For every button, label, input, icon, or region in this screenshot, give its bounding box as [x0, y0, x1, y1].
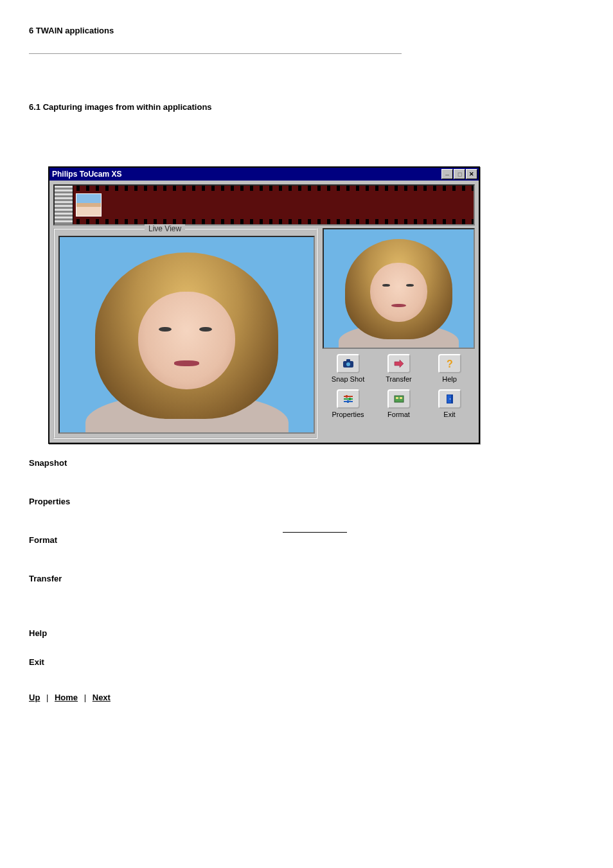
- section-help: Help: [29, 628, 584, 638]
- close-button[interactable]: [466, 169, 477, 179]
- maximize-button[interactable]: [454, 169, 465, 179]
- svg-rect-11: [396, 397, 398, 399]
- nav-links: Up | Home | Next: [29, 693, 584, 702]
- window-body: Live View: [49, 181, 479, 443]
- nav-next-link[interactable]: Next: [93, 693, 111, 702]
- door-icon: [438, 389, 461, 409]
- filmstrip-handle-icon: [55, 186, 73, 224]
- svg-rect-2: [346, 359, 350, 362]
- titlebar: Philips ToUcam XS: [49, 168, 479, 181]
- preview-image: [323, 228, 475, 349]
- format-button[interactable]: Format: [375, 389, 423, 418]
- section-snapshot: Snapshot: [29, 458, 584, 468]
- transfer-button[interactable]: Transfer: [375, 354, 423, 383]
- live-view: [58, 236, 315, 434]
- section-format: Format: [29, 535, 584, 545]
- section-properties: Properties: [29, 497, 584, 506]
- nav-up-link[interactable]: Up: [29, 693, 40, 702]
- svg-rect-9: [347, 400, 349, 403]
- help-icon: ?: [438, 354, 461, 373]
- divider-mid: [283, 532, 347, 533]
- divider-top: [29, 53, 402, 54]
- format-icon: [387, 389, 411, 409]
- format-label: Format: [387, 411, 410, 418]
- minimize-button[interactable]: [441, 169, 453, 179]
- nav-sep: |: [46, 693, 48, 702]
- nav-sep: |: [84, 693, 86, 702]
- properties-button[interactable]: Properties: [324, 389, 372, 418]
- help-button[interactable]: ? Help: [425, 354, 474, 383]
- button-grid: Snap Shot Transfer ? Help: [323, 353, 475, 420]
- section-heading: 6.1 Capturing images from within applica…: [29, 102, 584, 112]
- portrait-thumb-image: [324, 229, 474, 348]
- window-title: Philips ToUcam XS: [52, 170, 441, 179]
- nav-home-link[interactable]: Home: [55, 693, 78, 702]
- svg-rect-7: [346, 395, 348, 398]
- exit-button[interactable]: Exit: [425, 389, 474, 418]
- transfer-label: Transfer: [386, 375, 412, 383]
- svg-rect-12: [400, 397, 402, 399]
- live-view-label: Live View: [145, 224, 185, 233]
- svg-point-1: [346, 362, 350, 366]
- help-label: Help: [442, 375, 457, 383]
- svg-rect-8: [349, 398, 351, 400]
- section-transfer: Transfer: [29, 574, 584, 583]
- properties-label: Properties: [332, 411, 364, 418]
- sliders-icon: [337, 389, 360, 409]
- snapshot-button[interactable]: Snap Shot: [324, 354, 372, 383]
- page-title: 6 TWAIN applications: [29, 26, 584, 35]
- app-window: Philips ToUcam XS Live View: [48, 166, 480, 444]
- svg-point-15: [449, 398, 450, 400]
- portrait-image: [60, 237, 314, 432]
- right-panel: Snap Shot Transfer ? Help: [323, 228, 475, 439]
- filmstrip-track[interactable]: [73, 186, 474, 224]
- transfer-icon: [387, 354, 411, 373]
- filmstrip-thumbnail[interactable]: [76, 193, 102, 217]
- exit-label: Exit: [443, 411, 455, 418]
- camera-icon: [337, 354, 360, 373]
- snapshot-label: Snap Shot: [332, 375, 364, 383]
- svg-text:?: ?: [447, 359, 453, 369]
- filmstrip: [53, 184, 475, 226]
- live-view-panel: Live View: [53, 228, 317, 439]
- section-exit: Exit: [29, 657, 584, 667]
